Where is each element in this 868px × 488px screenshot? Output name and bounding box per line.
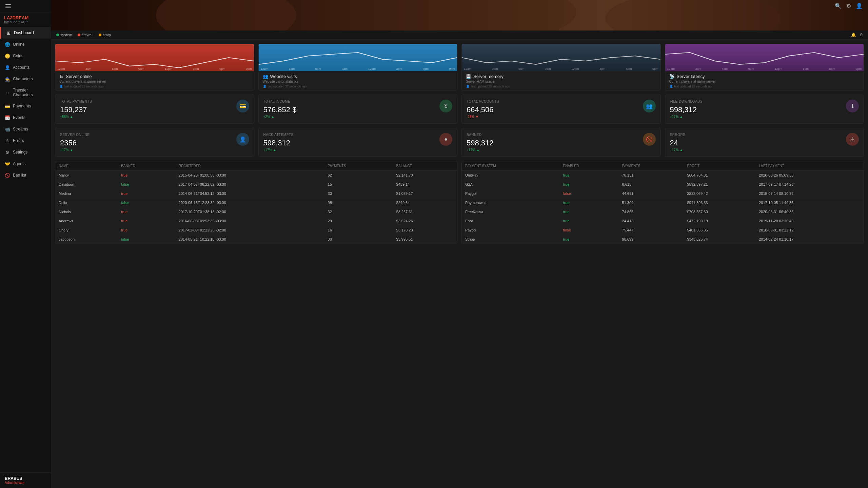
sidebar-item-errors[interactable]: ⚠ Errors <box>0 135 51 146</box>
sidebar-label-accounts: Accounts <box>13 65 29 70</box>
metric-label-total-income: TOTAL INCOME <box>263 100 297 103</box>
stat-card-server-online: 12am3am6am9am12pm3pm6pm9pm 🖥 Server onli… <box>55 44 254 90</box>
table-row: Medina true 2014-06-21T04:52:12 -03:00 3… <box>55 189 457 198</box>
stat-card-server-latency-title: 📡 Server latency <box>669 74 860 79</box>
settings-icon: ⚙ <box>5 149 10 155</box>
col-payments-count: Payments <box>619 161 684 171</box>
topbar: system firewall smtp 🔔 0 <box>51 30 868 40</box>
col-enabled: Enabled <box>560 161 619 171</box>
metric-info-hack-attempts: HACK ATTEMPTS 598,312 +17% ▲ <box>263 133 294 152</box>
menu-toggle[interactable] <box>4 3 12 9</box>
sidebar-label-agents: Agents <box>13 161 25 166</box>
settings-icon[interactable]: ⚙ <box>846 3 851 9</box>
cell-last-payment: 2018-09-01 03:22:12 <box>755 226 864 235</box>
server-memory-icon: 💾 <box>466 74 471 79</box>
firewall-dot <box>78 34 80 36</box>
sidebar-item-payments[interactable]: 💳 Payments <box>0 100 51 112</box>
events-icon: 📅 <box>5 115 10 120</box>
sidebar-item-online[interactable]: 🌐 Online <box>0 39 51 50</box>
col-payments: Payments <box>324 161 393 171</box>
cell-payments-count: 51.309 <box>619 198 684 207</box>
sidebar-item-agents[interactable]: 🤝 Agents <box>0 158 51 169</box>
table-row: Paymentwall true 51.309 $941,396.53 2017… <box>462 198 864 207</box>
cell-balance: $1,039.17 <box>393 189 457 198</box>
sidebar-item-streams[interactable]: 📹 Streams <box>0 123 51 135</box>
cell-registered: 2017-02-09T01:22:20 -02:00 <box>175 226 324 235</box>
cell-last-payment: 2019-11-28 03:26:48 <box>755 217 864 226</box>
app-subtitle: Interlude :: ACP <box>4 20 47 24</box>
metric-icon-server-online-metric: 👤 <box>236 133 249 146</box>
cell-registered: 2014-05-21T10:22:18 -03:00 <box>175 235 324 244</box>
bell-icon[interactable]: 🔔 <box>851 33 856 37</box>
sidebar-label-characters: Characters <box>13 77 33 81</box>
errors-icon: ⚠ <box>5 138 10 143</box>
metric-value-errors-metric: 24 <box>670 139 686 147</box>
sidebar-label-errors: Errors <box>13 138 24 143</box>
cell-payments: 98 <box>324 198 393 207</box>
metric-card-total-income: TOTAL INCOME 576,852 $ +2% ▲ $ <box>258 95 458 124</box>
svg-point-2 <box>343 0 576 30</box>
metric-info-errors-metric: ERRORS 24 +17% ▲ <box>670 133 686 152</box>
stat-card-server-memory-updated: 👤 last updated 25 seconds ago <box>466 85 656 88</box>
cell-name: Andrews <box>55 217 118 226</box>
stat-card-server-online-subtitle: Current players at game server <box>59 80 250 83</box>
cell-last-payment: 2015-07-14 08:10:32 <box>755 189 864 198</box>
sidebar-item-ban-list[interactable]: 🚫 Ban list <box>0 169 51 181</box>
user-icon[interactable]: 👤 <box>856 3 863 9</box>
table-row: FreeKassa true 74.866 $703,557.60 2020-0… <box>462 207 864 217</box>
col-name: Name <box>55 161 118 171</box>
firewall-label: firewall <box>82 33 93 37</box>
cell-banned: false <box>118 180 175 189</box>
cell-profit: $401,336.35 <box>684 226 755 235</box>
cell-payment-system: G2A <box>462 180 560 189</box>
metric-change-file-downloads: +17% ▲ <box>670 115 703 119</box>
cell-payment-system: Paymentwall <box>462 198 560 207</box>
cell-registered: 2017-04-07T08:22:52 -03:00 <box>175 180 324 189</box>
metric-value-total-payments: 159,237 <box>60 105 92 114</box>
accounts-table-card: Name Banned Registered Payments Balance … <box>55 161 457 244</box>
chart-time-labels-latency: 12am3am6am9am12pm3pm6pm9pm <box>665 66 864 71</box>
main-area: 🔍 ⚙ 👤 system firewall smtp 🔔 0 <box>51 0 868 488</box>
metric-card-file-downloads: FILE DOWNLOADS 598,312 +17% ▲ ⬇ <box>665 95 864 124</box>
agents-icon: 🤝 <box>5 161 10 166</box>
stat-card-website-visits-subtitle: Website visitor statistics <box>263 80 453 83</box>
cell-payments-count: 75.447 <box>619 226 684 235</box>
header-icons: 🔍 ⚙ 👤 <box>835 3 863 9</box>
metric-label-server-online-metric: SERVER ONLINE <box>60 133 90 137</box>
sidebar-item-events[interactable]: 📅 Events <box>0 112 51 123</box>
cell-banned: false <box>118 198 175 207</box>
table-row: Payop false 75.447 $401,336.35 2018-09-0… <box>462 226 864 235</box>
cell-last-payment: 2017-09-17 07:14:26 <box>755 180 864 189</box>
sidebar-label-settings: Settings <box>13 150 27 155</box>
cell-profit: $343,625.74 <box>684 235 755 244</box>
chart-server-latency: 12am3am6am9am12pm3pm6pm9pm <box>665 44 864 71</box>
chart-time-labels-visits: 12am3am6am9am12pm3pm6pm9pm <box>259 66 457 71</box>
server-latency-icon: 📡 <box>669 74 675 79</box>
sidebar-item-dashboard[interactable]: ⊞ Dashboard <box>0 27 51 39</box>
sidebar-item-settings[interactable]: ⚙ Settings <box>0 146 51 158</box>
metric-icon-hack-attempts: ● <box>439 133 452 146</box>
cell-balance: $2,141.70 <box>393 171 457 180</box>
cell-last-payment: 2017-10-05 11:49:36 <box>755 198 864 207</box>
table-row: Andrews true 2016-06-08T09:53:36 -03:00 … <box>55 217 457 226</box>
search-icon[interactable]: 🔍 <box>835 3 842 9</box>
table-row: Cheryl true 2017-02-09T01:22:20 -02:00 1… <box>55 226 457 235</box>
table-row: UnitPay true 78.131 $604,784.81 2020-03-… <box>462 171 864 180</box>
col-last-payment: Last payment <box>755 161 864 171</box>
sidebar-label-streams: Streams <box>13 127 28 131</box>
cell-payments: 16 <box>324 226 393 235</box>
sidebar-item-characters[interactable]: 🧙 Characters <box>0 73 51 85</box>
metric-icon-file-downloads: ⬇ <box>846 100 859 113</box>
metric-value-total-income: 576,852 $ <box>263 105 297 114</box>
col-registered: Registered <box>175 161 324 171</box>
cell-profit: $233,069.42 <box>684 189 755 198</box>
sidebar-item-transfer-characters[interactable]: ↔ Transfer Characters <box>0 85 51 100</box>
stat-card-server-memory: 12am3am6am9am12pm3pm6pm9pm 💾 Server memo… <box>461 44 661 90</box>
stat-card-server-memory-title: 💾 Server memory <box>466 74 656 79</box>
cell-balance: $3,995.51 <box>393 235 457 244</box>
sidebar-item-coins[interactable]: 🪙 Coins <box>0 50 51 62</box>
sidebar-item-accounts[interactable]: 👤 Accounts <box>0 62 51 73</box>
metric-value-total-accounts: 664,506 <box>467 105 499 114</box>
cell-balance: $3,624.26 <box>393 217 457 226</box>
metric-label-total-payments: TOTAL PAYMENTS <box>60 100 92 103</box>
